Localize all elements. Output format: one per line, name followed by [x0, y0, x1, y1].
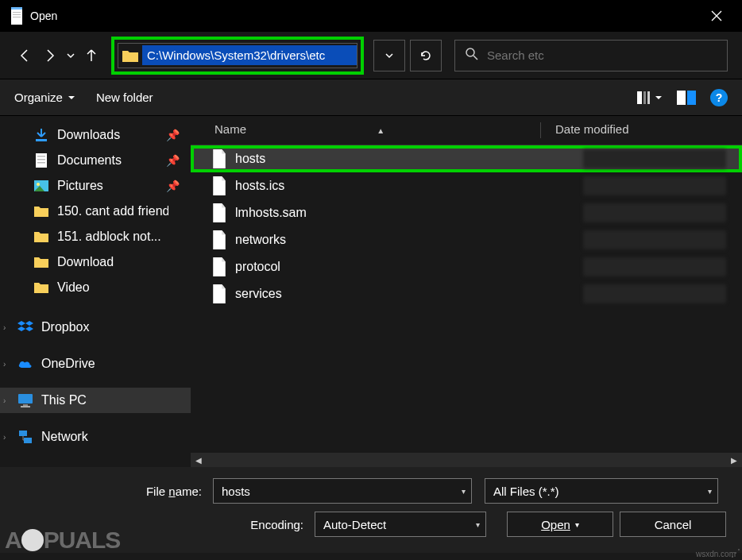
date-modified-blurred	[583, 284, 726, 303]
toolbar: Organize New folder ?	[0, 79, 742, 116]
file-row[interactable]: hosts.ics	[191, 172, 742, 199]
file-name: services	[235, 287, 282, 301]
resize-grip-icon[interactable]: ⋰	[731, 547, 740, 558]
sidebar-item-onedrive[interactable]: › OneDrive	[0, 351, 191, 377]
folder-icon	[33, 254, 49, 270]
pin-icon: 📌	[166, 129, 180, 141]
filetype-select[interactable]: All Files (*.*)	[485, 478, 718, 504]
preview-pane-button[interactable]	[677, 91, 696, 105]
file-row[interactable]: lmhosts.sam	[191, 199, 742, 226]
encoding-select[interactable]: Auto-Detect	[315, 512, 486, 537]
svg-rect-15	[37, 162, 45, 164]
view-options-button[interactable]	[636, 90, 663, 106]
file-icon	[211, 176, 227, 195]
chevron-right-icon: ›	[3, 360, 6, 369]
thispc-icon	[17, 392, 33, 408]
sidebar-item-folder-151[interactable]: 151. adblock not...	[0, 224, 191, 249]
scroll-left-icon[interactable]: ◀	[192, 456, 205, 465]
sidebar-item-thispc[interactable]: › This PC	[0, 388, 191, 413]
svg-rect-21	[19, 431, 27, 436]
open-button[interactable]: Open ▾	[507, 512, 613, 537]
cancel-button[interactable]: Cancel	[620, 512, 726, 537]
close-button[interactable]	[701, 0, 732, 32]
folder-icon	[33, 280, 49, 295]
sidebar-item-folder-download[interactable]: Download	[0, 249, 191, 275]
sidebar-item-pictures[interactable]: Pictures 📌	[0, 173, 191, 199]
svg-rect-0	[11, 7, 22, 10]
pictures-icon	[33, 178, 49, 194]
sidebar-item-label: Video	[57, 280, 90, 295]
svg-rect-11	[36, 139, 47, 141]
chevron-right-icon: ›	[3, 433, 6, 442]
file-row-hosts[interactable]: hosts	[191, 145, 742, 172]
logo-icon	[21, 529, 44, 551]
sidebar-item-network[interactable]: › Network	[0, 424, 191, 450]
filename-label: File name:	[16, 485, 207, 498]
refresh-button[interactable]	[410, 40, 442, 71]
sidebar-item-label: Pictures	[57, 179, 103, 193]
folder-icon	[122, 47, 139, 64]
search-input[interactable]	[487, 48, 717, 62]
file-list: Name ▲ Date modified hosts hosts.ics lmh…	[191, 116, 742, 467]
onedrive-icon	[17, 356, 33, 372]
sort-asc-icon: ▲	[377, 126, 385, 135]
svg-rect-3	[13, 14, 21, 15]
navbar	[0, 32, 742, 79]
doc-icon	[33, 153, 49, 168]
svg-rect-7	[643, 91, 646, 104]
search-icon	[465, 47, 479, 64]
address-bar-highlight	[111, 37, 364, 75]
sidebar-item-downloads[interactable]: Downloads 📌	[0, 122, 191, 148]
horizontal-scrollbar[interactable]: ◀ ▶	[191, 453, 742, 467]
date-modified-blurred	[583, 149, 726, 168]
sidebar-item-folder-video[interactable]: Video	[0, 275, 191, 300]
file-icon	[211, 149, 227, 168]
sidebar-item-documents[interactable]: Documents 📌	[0, 148, 191, 173]
recent-dropdown[interactable]	[65, 45, 76, 66]
file-icon	[211, 257, 227, 276]
sidebar-item-label: Dropbox	[41, 320, 89, 334]
titlebar: Open	[0, 0, 742, 32]
file-row[interactable]: protocol	[191, 253, 742, 280]
file-row[interactable]: networks	[191, 226, 742, 253]
svg-rect-8	[647, 91, 650, 104]
svg-rect-13	[37, 156, 45, 157]
sidebar-item-label: 150. cant add friend	[57, 204, 168, 218]
pin-icon: 📌	[166, 180, 180, 192]
new-folder-button[interactable]: New folder	[96, 91, 153, 104]
svg-rect-18	[18, 394, 33, 404]
forward-button[interactable]	[40, 45, 60, 66]
attribution: wsxdn.com	[696, 550, 736, 558]
svg-rect-10	[687, 91, 696, 105]
svg-rect-4	[13, 17, 21, 17]
sidebar-item-folder-150[interactable]: 150. cant add friend	[0, 199, 191, 224]
sidebar-item-label: This PC	[41, 393, 87, 407]
file-row[interactable]: services	[191, 280, 742, 307]
up-button[interactable]	[81, 45, 102, 66]
svg-rect-2	[13, 12, 21, 13]
organize-button[interactable]: Organize	[14, 91, 75, 104]
sidebar-item-dropbox[interactable]: › Dropbox	[0, 315, 191, 340]
filename-input[interactable]	[213, 478, 472, 504]
file-icon	[211, 284, 227, 303]
svg-rect-19	[23, 404, 28, 406]
svg-rect-6	[637, 91, 642, 104]
address-dropdown[interactable]	[373, 40, 405, 71]
help-button[interactable]: ?	[710, 89, 728, 106]
file-icon	[211, 203, 227, 222]
download-icon	[33, 127, 49, 143]
search-box[interactable]	[454, 40, 728, 71]
file-name: hosts	[235, 152, 265, 166]
file-name: protocol	[235, 260, 280, 274]
svg-rect-12	[36, 153, 47, 168]
sidebar-item-label: 151. adblock not...	[57, 230, 161, 244]
column-name[interactable]: Name ▲	[191, 122, 540, 138]
file-name: hosts.ics	[235, 179, 284, 193]
address-input[interactable]	[142, 45, 357, 65]
date-modified-blurred	[583, 176, 726, 195]
svg-rect-14	[37, 159, 45, 160]
column-date[interactable]: Date modified	[541, 122, 629, 138]
scroll-right-icon[interactable]: ▶	[728, 456, 740, 465]
chevron-right-icon: ›	[3, 323, 6, 332]
back-button[interactable]	[14, 45, 35, 66]
